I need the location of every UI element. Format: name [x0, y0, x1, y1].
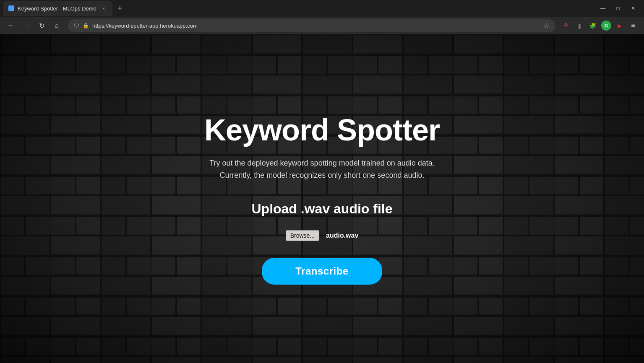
extensions-button[interactable]: 🧩: [587, 20, 599, 31]
pocket-button[interactable]: P: [560, 20, 572, 31]
description-line1: Try out the deployed keyword spotting mo…: [209, 159, 435, 167]
tab-close-button[interactable]: ×: [100, 5, 107, 12]
page-description: Try out the deployed keyword spotting mo…: [142, 157, 503, 182]
tab-title: Keyword Spotter - MLOps Demo: [18, 5, 96, 12]
menu-button[interactable]: ≡: [627, 20, 639, 31]
window-controls: — □ ✕: [599, 5, 641, 11]
address-bar[interactable]: 🛡 🔒 https://keyword-spotter-app.herokuap…: [68, 19, 555, 32]
nav-right-icons: P ||| 🧩 G ▶ ≡: [560, 20, 639, 31]
back-button[interactable]: ←: [5, 19, 18, 32]
bookmark-star-icon[interactable]: ☆: [543, 22, 549, 30]
upload-section-title: Upload .wav audio file: [142, 201, 503, 217]
forward-button[interactable]: →: [20, 19, 33, 32]
reload-button[interactable]: ↻: [35, 19, 48, 32]
page-title: Keyword Spotter: [142, 113, 503, 147]
reading-list-icon: |||: [577, 23, 581, 29]
nav-bar: ← → ↻ ⌂ 🛡 🔒 https://keyword-spotter-app.…: [0, 17, 644, 34]
lock-icon: 🔒: [83, 23, 89, 29]
tab-bar: Keyword Spotter - MLOps Demo × + — □ ✕: [0, 0, 644, 17]
forward-icon: →: [23, 22, 30, 29]
home-icon: ⌂: [55, 22, 59, 29]
pocket-icon: P: [564, 23, 568, 29]
new-tab-button[interactable]: +: [114, 3, 126, 14]
main-content: Keyword Spotter Try out the deployed key…: [0, 34, 644, 363]
transcribe-button[interactable]: Transcribe: [262, 258, 382, 285]
profile-avatar: G: [601, 21, 611, 31]
file-input-row: Browse... audio.wav: [142, 230, 503, 241]
shield-icon: 🛡: [74, 23, 79, 29]
file-name-display: audio.wav: [326, 232, 358, 239]
maximize-button[interactable]: □: [614, 5, 622, 11]
reload-icon: ↻: [39, 22, 44, 30]
close-window-button[interactable]: ✕: [629, 5, 637, 11]
back-icon: ←: [8, 22, 15, 29]
youtube-icon: ▶: [618, 23, 622, 29]
hamburger-icon: ≡: [631, 22, 635, 29]
browse-button[interactable]: Browse...: [286, 230, 319, 241]
home-button[interactable]: ⌂: [50, 19, 63, 32]
minimize-button[interactable]: —: [599, 5, 607, 11]
browser-chrome: Keyword Spotter - MLOps Demo × + — □ ✕ ←…: [0, 0, 644, 34]
extension-icon: 🧩: [589, 23, 596, 29]
active-tab[interactable]: Keyword Spotter - MLOps Demo ×: [3, 1, 112, 16]
content-wrapper: Keyword Spotter Try out the deployed key…: [133, 104, 511, 293]
youtube-button[interactable]: ▶: [614, 20, 626, 31]
description-line2: Currently, the model recognizes only sho…: [220, 171, 425, 179]
tab-favicon: [8, 5, 14, 11]
reading-list-button[interactable]: |||: [574, 20, 585, 31]
profile-button[interactable]: G: [600, 20, 612, 31]
url-display: https://keyword-spotter-app.herokuapp.co…: [92, 23, 540, 29]
